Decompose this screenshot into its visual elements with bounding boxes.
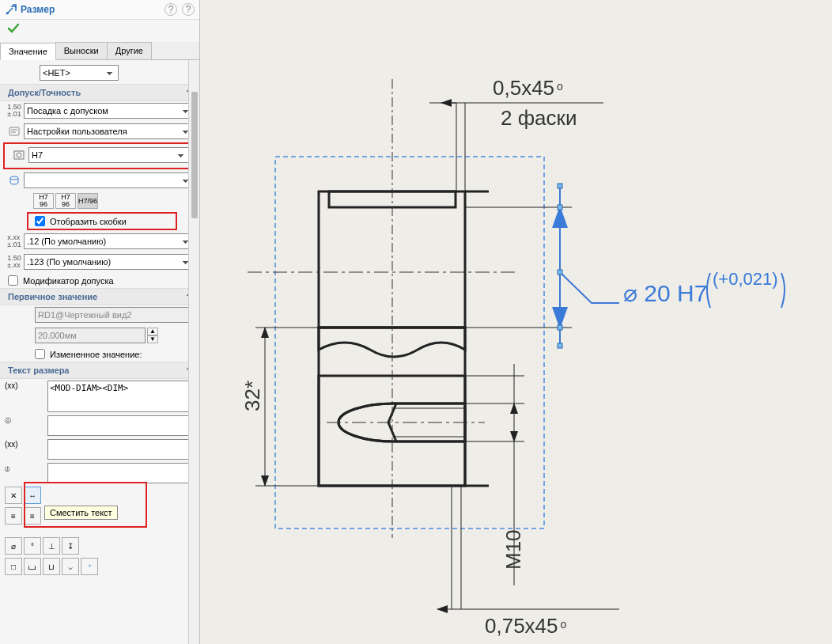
fit-display-btn-2[interactable]: H7 96 (55, 193, 76, 209)
sym-btn-6[interactable]: ⌴ (24, 558, 41, 575)
tol-modifier-label: Модификатор допуска (23, 276, 114, 286)
tol-modifier-checkbox[interactable] (8, 275, 18, 286)
height-dim-text: 32* (240, 381, 264, 411)
chamfer-bottom-text: 0,75x45o (485, 614, 567, 638)
shaft-fit-icon (5, 174, 24, 187)
svg-rect-4 (275, 157, 544, 528)
drawing-canvas[interactable]: 0,5x45o 2 фаски 32* M10 0,75x45o (200, 0, 832, 644)
dim-text-area-1[interactable]: <MOD-DIAM><DIM> (47, 381, 190, 412)
svg-rect-36 (558, 270, 562, 275)
offset-text-button[interactable]: ↔ (24, 487, 41, 504)
ok-button[interactable] (0, 20, 199, 42)
svg-rect-39 (558, 343, 562, 348)
section-dimtext[interactable]: Текст размера ⌃ (0, 362, 199, 379)
justify-btn-3[interactable]: ≡ (24, 507, 41, 525)
tolerance-type-select[interactable]: Посадка с допуском (24, 103, 195, 119)
precision2-icon: 1.50±.xx (5, 255, 24, 269)
primary-name-field (35, 307, 195, 323)
sym-btn-2[interactable]: ° (24, 537, 41, 555)
help-tip-icon[interactable]: ? (165, 3, 177, 16)
tolerance-upper-text: (+0,021) (713, 269, 778, 289)
text-below-icon[interactable]: (xx) (5, 439, 24, 449)
tolerance-type-icon: 1.50±.01 (5, 104, 24, 118)
primary-value-field (35, 328, 146, 343)
svg-rect-37 (558, 205, 562, 210)
section-tolerance-label: Допуск/Точность (8, 88, 81, 97)
precision1-select[interactable]: .12 (По умолчанию) (24, 233, 195, 249)
show-brackets-checkbox[interactable] (35, 216, 45, 226)
changed-value-label: Измененное значение: (50, 350, 142, 359)
show-brackets-label: Отобразить скобки (50, 217, 127, 226)
value-up-button[interactable]: ▲ (147, 328, 158, 335)
svg-point-3 (10, 176, 18, 180)
value-down-button[interactable]: ▼ (147, 335, 158, 343)
text-center-icon[interactable]: ⦾ (5, 415, 24, 426)
text-side-icon[interactable]: ⦶ (5, 463, 24, 473)
tab-value[interactable]: Значение (0, 43, 56, 60)
section-primary[interactable]: Первичное значение ⌃ (0, 288, 199, 305)
sym-btn-more[interactable]: ⁺ (81, 558, 98, 575)
fit-display-btn-1[interactable]: H7 96 (33, 193, 54, 209)
user-settings-select[interactable]: Настройки пользователя (24, 123, 195, 139)
help-icon[interactable]: ? (182, 3, 195, 16)
text-prefix-icon[interactable]: (xx) (5, 381, 24, 390)
sym-btn-5[interactable]: □ (5, 558, 22, 575)
justify-btn-2[interactable]: ≡ (5, 507, 22, 525)
chamfer-count-text: 2 фаски (501, 106, 577, 130)
section-tolerance[interactable]: Допуск/Точность ⌃ (0, 84, 199, 101)
svg-rect-38 (558, 325, 562, 330)
precision2-select[interactable]: .123 (По умолчанию) (24, 254, 195, 270)
sym-btn-8[interactable]: ⌵ (62, 558, 79, 575)
svg-rect-40 (558, 184, 562, 188)
justify-left-button[interactable]: ✕ (5, 487, 22, 504)
panel-header: Размер ? ? (0, 0, 199, 20)
section-dimtext-label: Текст размера (8, 366, 69, 375)
svg-point-2 (17, 153, 21, 157)
sym-btn-7[interactable]: ⊔ (43, 558, 60, 575)
sym-btn-4[interactable]: ↧ (62, 537, 79, 555)
hole-fit-select[interactable]: H7 (28, 147, 190, 163)
property-panel: Размер ? ? Значение Выноски Другие <НЕТ>… (0, 0, 200, 644)
precision1-icon: x.xx±.01 (5, 234, 24, 248)
chamfer-top-text: 0,5x45o (493, 76, 563, 100)
style-select[interactable]: <НЕТ> (40, 65, 119, 81)
diameter-dim-text[interactable]: ⌀ 20 H7 (623, 280, 707, 306)
svg-rect-0 (9, 127, 19, 135)
dim-text-area-3[interactable] (47, 439, 190, 460)
hole-fit-icon (9, 149, 28, 161)
offset-text-tooltip: Сместить текст (44, 506, 118, 520)
shaft-fit-select[interactable] (24, 172, 195, 188)
section-primary-label: Первичное значение (8, 292, 97, 301)
panel-scrollbar[interactable] (188, 60, 199, 644)
panel-title: Размер (21, 4, 165, 15)
sym-btn-1[interactable]: ⌀ (5, 537, 22, 555)
fit-display-btn-3[interactable]: H7/96 (78, 193, 98, 209)
dim-text-area-4[interactable] (47, 463, 190, 483)
sym-btn-3[interactable]: ⊥ (43, 537, 60, 555)
dimension-icon (5, 3, 17, 16)
changed-value-checkbox[interactable] (35, 349, 45, 359)
tabs: Значение Выноски Другие (0, 42, 199, 60)
tab-leaders[interactable]: Выноски (55, 42, 108, 59)
user-settings-icon (5, 125, 24, 138)
tab-other[interactable]: Другие (107, 42, 152, 59)
thread-dim-text: M10 (501, 529, 525, 570)
dim-text-area-2[interactable] (47, 415, 190, 436)
